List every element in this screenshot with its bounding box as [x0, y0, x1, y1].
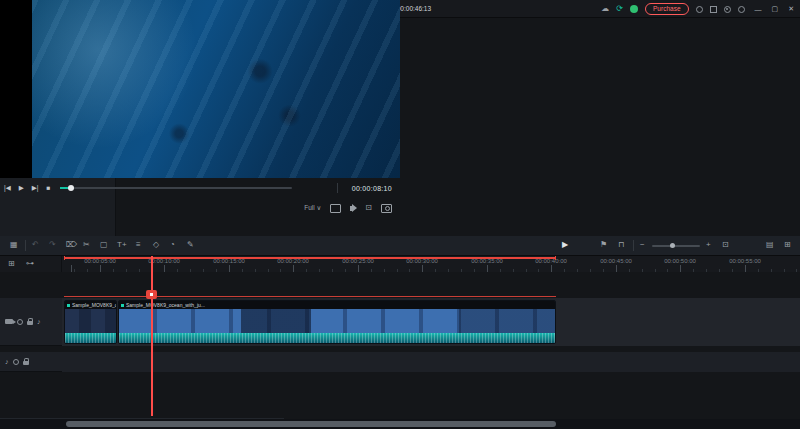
panel-icon[interactable]: ▤	[766, 241, 774, 249]
edit-pen-icon[interactable]: ✎	[187, 241, 194, 249]
fullscreen-icon[interactable]: ⊡	[365, 204, 372, 212]
user-icon[interactable]	[738, 6, 745, 13]
playback-controls: |◀ ▶ ▶| ■ 00:00:08:10	[0, 178, 400, 198]
lock-icon[interactable]	[23, 361, 29, 365]
split-scissors-icon[interactable]: ✂	[83, 241, 90, 249]
seek-knob[interactable]	[68, 185, 74, 191]
snapshot-icon[interactable]	[381, 204, 392, 213]
account-avatar[interactable]	[630, 5, 638, 13]
track-toggle-icon[interactable]	[13, 359, 19, 365]
playhead-handle[interactable]	[146, 290, 157, 299]
preview-timecode: 00:00:08:10	[352, 178, 392, 198]
clip-type-icon	[67, 304, 70, 307]
mute-icon[interactable]: ♪	[37, 318, 41, 325]
clip-thumbnails	[119, 309, 555, 335]
layout-icon[interactable]	[710, 6, 717, 13]
purchase-button[interactable]: Purchase	[645, 3, 688, 15]
media-browser-icon[interactable]: ▦	[10, 241, 18, 249]
step-forward-button[interactable]: ▶|	[32, 185, 39, 192]
preview-options: Full ∨ ⊡	[0, 198, 400, 218]
filmora-window: Wondershare Filmora File Edit Tools View…	[0, 0, 800, 429]
keyframe-icon[interactable]: ◇	[153, 241, 159, 249]
track-toggle-icon[interactable]	[17, 319, 23, 325]
clip-thumbnails	[65, 309, 116, 335]
display-icon[interactable]	[330, 204, 341, 213]
marker-icon[interactable]: ⚑	[600, 241, 607, 249]
volume-icon[interactable]	[350, 206, 353, 211]
clip-type-icon	[121, 304, 124, 307]
seek-slider[interactable]	[60, 187, 292, 189]
clip-title-bar: Sample_MOV8K9_ocean_with_ju...	[119, 301, 555, 309]
quality-dropdown[interactable]: Full ∨	[304, 204, 321, 212]
sync-icon[interactable]: ⟳	[616, 5, 623, 13]
timeline-tracks[interactable]: ♪ ♪ Sample_MOV8K9_ocean_... Sample_MOV8K…	[0, 272, 800, 418]
clip-name: Sample_MOV8K9_ocean_...	[72, 302, 116, 308]
video-track-header: ♪	[0, 298, 62, 346]
project-range-indicator	[64, 257, 556, 259]
bell-icon[interactable]	[696, 6, 703, 13]
preview-video[interactable]	[32, 0, 400, 178]
divider	[337, 183, 338, 193]
stop-button[interactable]: ■	[46, 185, 50, 192]
clip-title-bar: Sample_MOV8K9_ocean_...	[65, 301, 116, 309]
playhead-line[interactable]	[151, 256, 153, 416]
clip-ocean-1[interactable]: Sample_MOV8K9_ocean_...	[64, 300, 117, 344]
clip-ocean-2[interactable]: Sample_MOV8K9_ocean_with_ju...	[118, 300, 556, 344]
music-note-icon: ♪	[5, 358, 9, 365]
delete-icon[interactable]: ⌦	[66, 241, 77, 249]
audio-track-header: ♪	[0, 352, 62, 372]
undo-icon[interactable]: ↶	[32, 241, 39, 249]
clip-name: Sample_MOV8K9_ocean_with_ju...	[126, 302, 205, 308]
cloud-icon[interactable]: ☁	[601, 5, 609, 13]
divider	[633, 240, 634, 251]
audio-track-lane[interactable]	[62, 352, 800, 372]
range-indicator-line	[64, 296, 556, 297]
play-button[interactable]: ▶	[19, 185, 24, 192]
render-play-icon[interactable]: ▶	[562, 241, 568, 249]
link-icon[interactable]: ⊶	[26, 260, 34, 268]
divider	[25, 240, 26, 251]
step-back-button[interactable]: |◀	[4, 185, 11, 192]
zoom-fit-icon[interactable]: ⊡	[722, 241, 729, 249]
speed-icon[interactable]: ◔	[170, 241, 175, 249]
timeline-toolbar: ▦ ↶ ↷ ⌦ ✂ ▢ T+ ≡ ◇ ◔ ✎ ▶ ⚑ ⊓ − + ⊡ ▤ ⊞	[0, 236, 800, 256]
add-track-icon[interactable]: ⊞	[784, 241, 791, 249]
clip-waveform	[65, 333, 116, 343]
menubar-right-cluster: ☁ ⟳ Purchase — ▢ ✕	[601, 0, 800, 18]
close-button[interactable]: ✕	[788, 5, 794, 13]
screen-record-icon[interactable]	[724, 6, 731, 13]
clip-waveform	[119, 333, 555, 343]
minimize-button[interactable]: —	[755, 6, 762, 13]
timeline-scrollbar[interactable]	[0, 419, 800, 429]
crop-icon[interactable]: ▢	[100, 241, 108, 249]
ruler-label: 00:00:55:00	[729, 258, 761, 264]
redo-icon[interactable]: ↷	[49, 241, 56, 249]
scrollbar-thumb[interactable]	[66, 421, 556, 427]
audio-mixer-icon[interactable]: ≡	[136, 241, 141, 249]
zoom-in-icon[interactable]: +	[706, 241, 711, 249]
ruler-label: 00:00:50:00	[664, 258, 696, 264]
zoom-out-icon[interactable]: −	[640, 241, 645, 249]
text-tool-icon[interactable]: T+	[117, 241, 127, 249]
chevron-down-icon: ∨	[317, 204, 322, 211]
lock-icon[interactable]	[27, 321, 33, 325]
ruler-label: 00:00:45:00	[600, 258, 632, 264]
video-track-icon	[5, 319, 13, 324]
snap-magnet-icon[interactable]: ⊓	[618, 241, 624, 249]
maximize-button[interactable]: ▢	[772, 5, 779, 13]
manage-tracks-icon[interactable]: ⊞	[8, 260, 15, 268]
timeline-zoom-slider[interactable]	[652, 245, 700, 247]
